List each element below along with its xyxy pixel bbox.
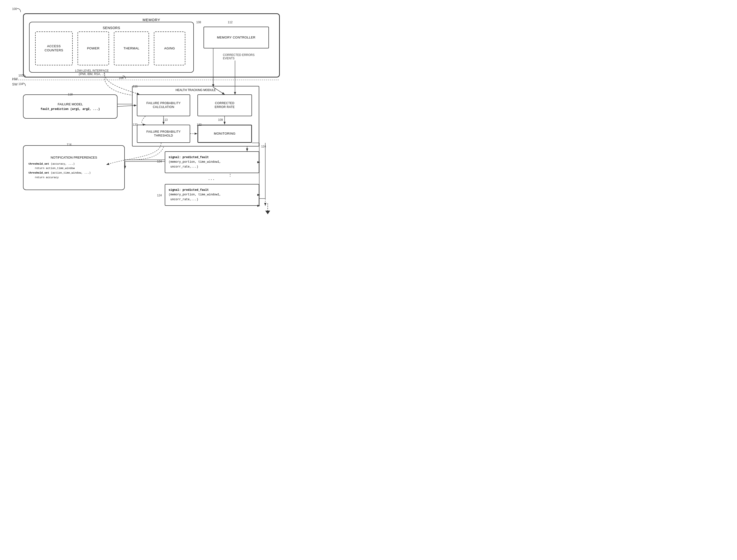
corrected-error-rate-label: CORRECTEDERROR RATE: [213, 100, 237, 110]
ref-113: 113: [163, 118, 168, 122]
ref-114: 114: [67, 143, 71, 146]
failure-prob-calc-box: FAILURE PROBABILITYCALCULATION: [137, 94, 190, 116]
signal1-box: signal: predicted_fault (memory_portion,…: [165, 151, 259, 173]
dots: ...: [208, 176, 215, 181]
aging-label: AGING: [162, 46, 177, 52]
ref-100-brace: [16, 7, 23, 15]
signal2-box: signal: predicted_fault (memory_portion,…: [165, 184, 259, 206]
failure-model-box: FAILURE MODEL fault_prediction (arg1, ar…: [23, 94, 117, 119]
failure-model-label: FAILURE MODEL: [41, 102, 100, 106]
power-box: POWER: [77, 31, 109, 65]
signal1-content: signal: predicted_fault (memory_portion,…: [169, 155, 255, 169]
ref-102-brace: [22, 74, 27, 79]
ref-112: 112: [228, 21, 232, 24]
monitoring-box: MONITORING: [197, 125, 252, 143]
ref-108: 108: [196, 21, 201, 24]
ref-106-brace: [122, 75, 127, 80]
sw-label: SW: [12, 82, 18, 86]
failure-model-code: fault_prediction (arg1, arg2, ...): [41, 107, 100, 111]
ref-118: 118: [68, 93, 73, 96]
ref-116: 116: [133, 85, 138, 88]
corrected-error-rate-box: CORRECTEDERROR RATE: [197, 94, 252, 116]
diagram: 100 MEMORY SENSORS ACCESSCOUNTERS POWER …: [0, 0, 291, 218]
failure-prob-threshold-box: FAILURE PROBABILITYTHRESHOLD: [137, 125, 190, 143]
corrected-errors-label: CORRECTED ERRORSEVENTS: [223, 53, 255, 60]
low-level-interface-label: LOW-LEVEL INTERFACE(IPMI, IBM, RSA, ...): [75, 69, 109, 76]
ref-109: 109: [218, 118, 223, 122]
memory-controller-label: MEMORY CONTROLLER: [215, 35, 257, 41]
access-counters-box: ACCESSCOUNTERS: [35, 31, 73, 65]
ref-120: 120: [133, 123, 138, 126]
svg-marker-14: [265, 211, 270, 214]
hw-label: HW: [12, 77, 18, 81]
ref-124-signal1: 124: [157, 160, 162, 163]
monitoring-label: MONITORING: [212, 131, 237, 137]
ref-124-right: 124: [261, 145, 266, 148]
signal2-content: signal: predicted_fault (memory_portion,…: [169, 188, 255, 202]
notification-prefs-code: threshold_set (accuracy, ...) return act…: [28, 162, 119, 180]
ref-104-brace: [22, 82, 27, 87]
notification-prefs-label: NOTIFICATION PREFERENCES: [28, 156, 119, 159]
memory-controller-box: MEMORY CONTROLLER: [203, 27, 269, 48]
failure-prob-threshold-label: FAILURE PROBABILITYTHRESHOLD: [144, 129, 183, 138]
aging-box: AGING: [154, 31, 185, 65]
thermal-label: THERMAL: [122, 46, 141, 52]
failure-prob-calc-label: FAILURE PROBABILITYCALCULATION: [144, 100, 183, 110]
notification-prefs-box: NOTIFICATION PREFERENCES threshold_set (…: [23, 145, 125, 190]
sensors-label: SENSORS: [101, 25, 122, 31]
power-label: POWER: [85, 46, 101, 52]
ref-124-signal2: 124: [157, 194, 162, 197]
bottom-arrow: [264, 203, 271, 215]
ref-122: 122: [197, 123, 201, 126]
access-counters-label: ACCESSCOUNTERS: [43, 43, 65, 54]
thermal-box: THERMAL: [114, 31, 149, 65]
health-tracking-label: HEALTH TRACKING MODULE: [175, 88, 216, 92]
